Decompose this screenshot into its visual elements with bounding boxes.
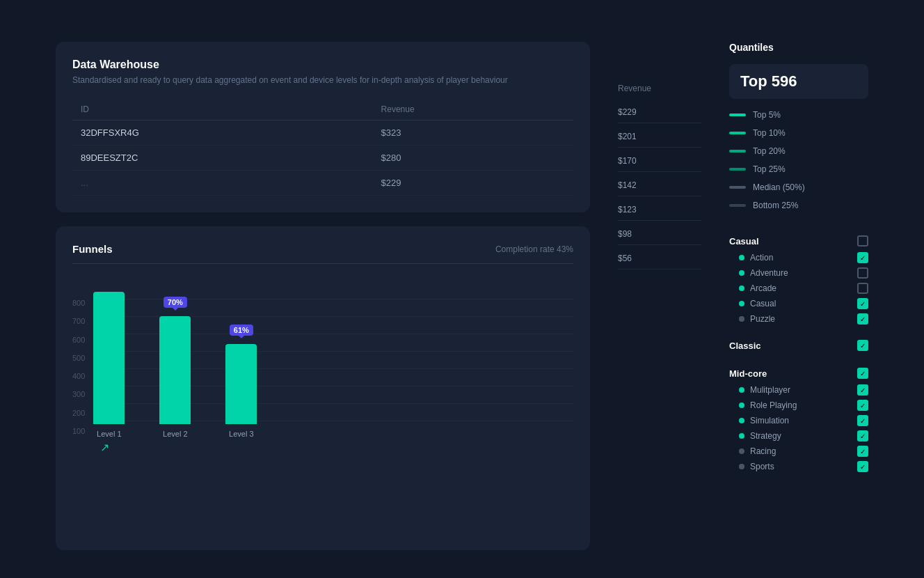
quantile-item-5: Top 5%	[729, 110, 868, 120]
quantiles-title: Quantiles	[729, 42, 868, 53]
filter-category-classic: Classic ✓	[729, 340, 868, 357]
filter-label-racing: Racing	[750, 446, 776, 456]
casual-item-checkbox[interactable]: ✓	[857, 298, 868, 309]
dot-simulation	[739, 418, 744, 423]
revenue-val-4: $123	[618, 199, 701, 221]
data-table: ID Revenue 32DFFSXR4G $323 89DEESZT2C $2…	[72, 99, 573, 196]
dot-strategy	[739, 433, 744, 439]
bar-3: 61%	[225, 344, 257, 424]
casual-category-name: Casual	[729, 236, 759, 247]
col-id: ID	[72, 99, 373, 120]
bar-level-2: 70% Level 2	[159, 316, 191, 438]
quantile-label-bottom25: Bottom 25%	[753, 201, 798, 210]
dot-puzzle	[739, 316, 744, 322]
filter-item-arcade: Arcade	[729, 283, 868, 294]
revenue-val-2: $170	[618, 150, 701, 172]
chart-wrapper: 800 700 600 500 400 300 200 100	[72, 271, 573, 438]
dot-multiplayer	[739, 387, 744, 393]
data-warehouse-card: Data Warehouse Standardised and ready to…	[56, 42, 590, 212]
filter-label-sports: Sports	[750, 462, 774, 471]
bars-container: Level 1 70% Level 2 61% Leve	[93, 299, 573, 438]
percentage-badge-61: 61%	[230, 325, 253, 336]
simulation-checkbox[interactable]: ✓	[857, 415, 868, 426]
filter-label-adventure: Adventure	[750, 268, 788, 278]
completion-rate: Completion rate 43%	[495, 244, 573, 254]
revenue-val-0: $229	[618, 102, 701, 123]
sports-checkbox[interactable]: ✓	[857, 461, 868, 472]
percentage-badge-70: 70%	[164, 297, 187, 308]
top-596-value: Top 596	[740, 72, 857, 91]
quantile-label-20: Top 20%	[753, 146, 786, 156]
filter-label-puzzle: Puzzle	[750, 314, 775, 324]
filter-label-multiplayer: Mulitplayer	[750, 385, 790, 395]
adventure-checkbox[interactable]	[857, 267, 868, 279]
revenue-val-5: $98	[618, 224, 701, 245]
filter-item-puzzle: Puzzle ✓	[729, 313, 868, 325]
arcade-checkbox[interactable]	[857, 283, 868, 294]
y-axis: 800 700 600 500 400 300 200 100	[72, 299, 85, 438]
midcore-category-row: Mid-core ✓	[729, 368, 868, 379]
cell-rev-1: $323	[373, 120, 573, 146]
quantile-bar-25	[729, 168, 746, 171]
midcore-category-name: Mid-core	[729, 368, 767, 379]
cell-id-3: ...	[72, 171, 373, 196]
table-row: 89DEESZT2C $280	[72, 146, 573, 171]
main-container: Data Warehouse Standardised and ready to…	[0, 0, 924, 578]
classic-checkbox[interactable]: ✓	[857, 340, 868, 351]
quantile-bar-median	[729, 186, 746, 189]
dot-casual	[739, 301, 744, 306]
filter-label-action: Action	[750, 253, 773, 263]
filter-category-casual: Casual Action ✓ Adventure	[729, 235, 868, 329]
y-label: 600	[72, 336, 85, 344]
filter-item-simulation: Simulation ✓	[729, 415, 868, 426]
filter-item-racing: Racing ✓	[729, 446, 868, 457]
filter-item-action: Action ✓	[729, 252, 868, 263]
trend-up-icon: ↗	[100, 442, 109, 453]
dot-roleplaying	[739, 403, 744, 408]
classic-category-name: Classic	[729, 341, 761, 351]
y-label: 400	[72, 372, 85, 380]
funnels-header: Funnels Completion rate 43%	[72, 243, 573, 264]
cell-rev-2: $280	[373, 146, 573, 171]
quantile-bar-bottom25	[729, 204, 746, 207]
quantile-item-25: Top 25%	[729, 164, 868, 174]
filter-label-casual: Casual	[750, 299, 776, 308]
left-panel: Data Warehouse Standardised and ready to…	[56, 42, 590, 550]
quantile-item-median: Median (50%)	[729, 182, 868, 192]
bar-3-label: Level 3	[229, 430, 253, 438]
filter-label-simulation: Simulation	[750, 416, 789, 425]
filter-label-arcade: Arcade	[750, 283, 776, 293]
filters-section: Casual Action ✓ Adventure	[729, 235, 868, 487]
puzzle-checkbox[interactable]: ✓	[857, 313, 868, 325]
revenue-panel: Revenue $229 $201 $170 $142 $123 $98 $56	[618, 42, 701, 550]
quantile-label-10: Top 10%	[753, 128, 786, 138]
y-label: 800	[72, 299, 85, 307]
table-row: ... $229	[72, 171, 573, 196]
bar-level-3: 61% Level 3	[225, 344, 257, 438]
right-sidebar: Quantiles Top 596 Top 5% Top 10% Top 20%…	[729, 42, 868, 550]
filter-item-adventure: Adventure	[729, 267, 868, 279]
filter-label-roleplaying: Role Playing	[750, 400, 797, 410]
roleplaying-checkbox[interactable]: ✓	[857, 400, 868, 411]
revenue-val-3: $142	[618, 175, 701, 196]
funnels-title: Funnels	[72, 243, 113, 255]
midcore-checkbox[interactable]: ✓	[857, 368, 868, 379]
strategy-checkbox[interactable]: ✓	[857, 430, 868, 442]
filter-item-multiplayer: Mulitplayer ✓	[729, 384, 868, 396]
filter-item-sports: Sports ✓	[729, 461, 868, 472]
dot-racing	[739, 448, 744, 454]
quantile-bar-20	[729, 150, 746, 153]
racing-checkbox[interactable]: ✓	[857, 446, 868, 457]
quantile-label-median: Median (50%)	[753, 182, 805, 192]
casual-checkbox[interactable]	[857, 235, 868, 247]
revenue-val-6: $56	[618, 248, 701, 270]
multiplayer-checkbox[interactable]: ✓	[857, 384, 868, 396]
cell-id-2: 89DEESZT2C	[72, 146, 373, 171]
data-warehouse-subtitle: Standardised and ready to query data agg…	[72, 75, 573, 85]
bar-level-1: Level 1	[93, 292, 125, 438]
dot-adventure	[739, 270, 744, 276]
action-checkbox[interactable]: ✓	[857, 252, 868, 263]
quantile-item-bottom25: Bottom 25%	[729, 201, 868, 210]
dot-arcade	[739, 286, 744, 291]
casual-category-row: Casual	[729, 235, 868, 247]
